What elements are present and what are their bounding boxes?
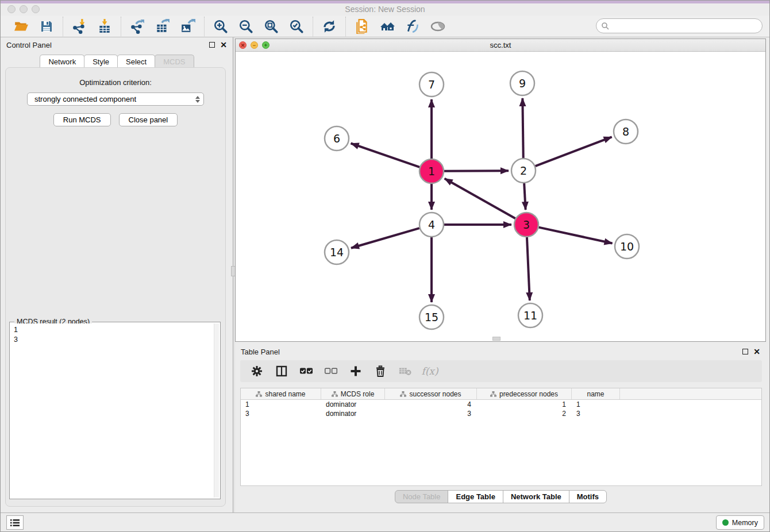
result-scrollbar[interactable] [214,323,219,498]
tree-icon [400,391,406,397]
network-canvas[interactable]: 7968124314101511 [236,52,765,341]
memory-button[interactable]: Memory [716,515,764,530]
delete-column-icon[interactable] [374,365,387,377]
column-header-successor-nodes[interactable]: successor nodes [385,388,477,399]
refresh-view-icon[interactable] [321,18,337,34]
close-table-panel-icon[interactable]: ✕ [753,349,760,354]
zoom-selected-icon[interactable] [288,18,305,34]
tab-node-table[interactable]: Node Table [395,490,449,503]
vizmapper-icon[interactable] [405,18,421,34]
graph-edge-2-8[interactable] [536,137,612,166]
graph-edge-3-11[interactable] [527,237,530,300]
select-all-checkboxes-icon[interactable] [300,365,313,377]
network-view-window: ✕ − + scc.txt 7968124314101511 [235,38,766,342]
tab-edge-table[interactable]: Edge Table [448,490,503,503]
graph-node-label: 9 [519,77,526,90]
graph-edge-4-14[interactable] [351,228,419,248]
control-panel-tabs: Network Style Select MCDS [1,55,233,68]
column-header-predecessor-nodes[interactable]: predecessor nodes [477,388,572,399]
home-icon[interactable] [379,18,395,34]
tab-network-table[interactable]: Network Table [503,490,569,503]
open-session-icon[interactable] [13,18,29,34]
graph-node-label: 6 [333,132,340,145]
mcds-panel: Optimization criterion: strongly connect… [5,67,226,507]
tree-icon [332,391,338,397]
close-panel-icon[interactable]: ✕ [220,42,227,48]
table-header-row: shared name MCDS role successor nodes pr… [241,388,761,400]
graph-edge-3-10[interactable] [538,228,612,244]
import-table-from-file-icon[interactable] [97,18,113,34]
panel-list-button[interactable] [6,515,24,530]
graph-node-label: 15 [425,311,438,323]
column-header-shared-name[interactable]: shared name [241,388,321,399]
table-row[interactable]: 3 dominator 3 2 3 [241,409,761,418]
result-line: 1 [14,325,213,335]
node-table[interactable]: shared name MCDS role successor nodes pr… [240,388,762,486]
graph-edge-1-6[interactable] [351,143,420,167]
table-panel: Table Panel ✕ [235,344,766,511]
close-panel-button[interactable]: Close panel [119,113,178,126]
add-column-icon[interactable] [349,365,362,377]
delete-table-icon[interactable] [399,365,411,377]
network-title: scc.txt [236,41,765,49]
graph-node-label: 10 [620,240,634,253]
memory-status-icon [722,519,729,526]
export-table-icon[interactable] [155,18,171,34]
zoom-out-icon[interactable] [238,18,254,34]
graph-node-label: 4 [428,218,435,231]
tree-icon [490,391,496,397]
table-options-gear-icon[interactable] [251,365,263,377]
optimization-criterion-label: Optimization criterion: [6,78,225,87]
zoom-in-icon[interactable] [213,18,229,34]
tab-network[interactable]: Network [40,55,84,68]
clone-network-icon[interactable] [354,18,370,34]
control-panel: Control Panel ✕ Network Style Select MCD… [1,37,233,512]
graph-node-label: 3 [523,218,530,231]
show-column-panel-icon[interactable] [275,365,288,377]
float-panel-icon[interactable] [209,42,215,48]
search-box[interactable] [596,18,763,33]
search-input[interactable] [612,22,762,30]
table-row[interactable]: 1 dominator 4 1 1 [241,400,761,409]
export-image-icon[interactable] [180,18,196,34]
application-window: Session: New Session [0,0,770,532]
show-graphics-details-icon[interactable] [430,18,446,34]
network-window-titlebar[interactable]: ✕ − + scc.txt [236,39,765,52]
export-network-icon[interactable] [129,18,145,34]
chevron-up-down-icon [195,96,200,103]
list-icon [10,519,20,527]
mcds-result-text[interactable]: 1 3 [11,323,213,498]
column-header-mcds-role[interactable]: MCDS role [321,388,385,399]
graph-node-label: 8 [622,125,629,138]
tab-style[interactable]: Style [84,55,118,68]
column-header-filler [620,388,761,399]
column-header-name[interactable]: name [572,388,620,399]
status-bar: Memory [1,512,769,531]
graph-node-label: 14 [330,246,344,259]
import-network-from-file-icon[interactable] [71,18,87,34]
graph-edge-1-2[interactable] [444,171,509,171]
dropdown-value: strongly connected component [34,95,195,103]
graph-edge-2-9[interactable] [522,98,523,158]
fx-label: f(x) [421,365,438,377]
graph-edge-3-1[interactable] [445,179,515,218]
function-builder-icon[interactable]: f(x) [424,365,436,377]
table-panel-title: Table Panel [241,348,742,356]
search-icon [601,22,609,30]
graph-edge-2-3[interactable] [524,183,525,210]
tab-motifs[interactable]: Motifs [569,490,607,503]
deselect-all-checkboxes-icon[interactable] [325,365,337,377]
float-table-panel-icon[interactable] [742,349,748,354]
tab-mcds[interactable]: MCDS [155,55,194,68]
run-mcds-button[interactable]: Run MCDS [53,113,111,126]
tab-select[interactable]: Select [117,55,155,68]
memory-label: Memory [732,519,758,527]
graph-node-label: 1 [428,165,435,178]
tree-icon [256,391,262,397]
graph-node-label: 11 [523,309,537,322]
optimization-criterion-dropdown[interactable]: strongly connected component [27,92,204,106]
save-session-icon[interactable] [38,18,55,34]
fit-content-icon[interactable] [263,18,279,34]
network-bottom-grip[interactable] [492,337,500,341]
graph-node-label: 7 [428,78,435,91]
